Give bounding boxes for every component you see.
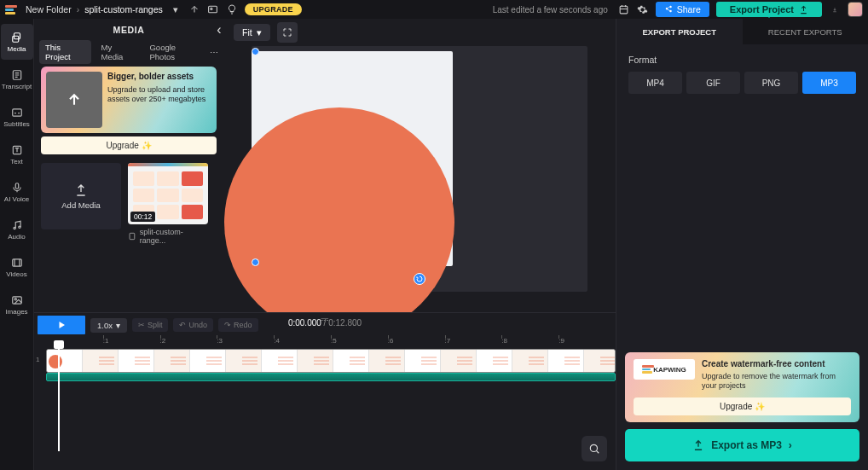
expand-icon[interactable]	[277, 22, 298, 43]
nav-transcript[interactable]: Transcript	[1, 61, 33, 97]
top-bar: New Folder › split-custom-ranges ▾ UPGRA…	[0, 0, 868, 19]
nav-videos[interactable]: Videos	[1, 249, 33, 285]
watermark-title: Create watermark-free content	[702, 359, 851, 370]
svg-rect-2	[620, 6, 628, 14]
media-panel-title: MEDIA	[34, 19, 223, 41]
resize-handle-tl[interactable]	[252, 48, 259, 55]
add-media-button[interactable]: Add Media	[41, 163, 121, 229]
timeline: ⎓ 0:00.000 / 0:12.800 1.0x▾ ✂ Split ↶ Un…	[34, 312, 616, 470]
svg-point-1	[211, 8, 212, 9]
settings-icon[interactable]	[637, 3, 649, 15]
breadcrumb-folder[interactable]: New Folder	[26, 4, 72, 15]
upgrade-button[interactable]: UPGRADE	[245, 3, 302, 15]
svg-point-13	[14, 298, 16, 299]
chevron-right-icon: ›	[789, 439, 792, 451]
export-panel: EXPORT PROJECT RECENT EXPORTS Format MP4…	[616, 19, 868, 470]
promo-desc: Upgrade to upload and store assets over …	[107, 85, 211, 105]
split-button[interactable]: ✂ Split	[132, 318, 169, 332]
format-options: MP4 GIF PNG MP3	[628, 72, 856, 94]
watermark-upsell-card: KAPWING Create watermark-free contentUpg…	[625, 352, 859, 422]
avatar[interactable]	[848, 2, 863, 17]
svg-point-10	[18, 226, 20, 228]
nav-ai-voice[interactable]: AI Voice	[1, 174, 33, 210]
promo-title: Bigger, bolder assets	[107, 72, 211, 83]
upgrade-promo-card: Bigger, bolder assets Upgrade to upload …	[41, 67, 217, 133]
export-as-mp3-button[interactable]: Export as MP3 ›	[625, 429, 859, 461]
svg-rect-0	[209, 6, 217, 13]
tab-my-media[interactable]: My Media	[95, 40, 140, 64]
shape-circle	[224, 107, 454, 338]
rotate-handle[interactable]	[414, 273, 425, 285]
chevron-down-icon: ▾	[257, 27, 262, 38]
history-icon[interactable]	[618, 3, 630, 15]
audio-clip[interactable]	[46, 373, 616, 381]
tab-recent-exports[interactable]: RECENT EXPORTS	[743, 19, 869, 44]
media-panel: ‹ MEDIA This Project My Media Google Pho…	[34, 19, 223, 312]
canvas-area: Fit▾	[223, 19, 616, 312]
svg-rect-11	[12, 258, 21, 265]
brand-kit-icon[interactable]	[207, 3, 219, 15]
format-png[interactable]: PNG	[744, 72, 798, 94]
timeline-tracks[interactable]: 1	[46, 349, 616, 381]
fit-dropdown[interactable]: Fit▾	[234, 24, 270, 41]
last-edited-label: Last edited a few seconds ago	[493, 5, 608, 15]
search-button[interactable]	[582, 436, 607, 461]
left-nav: Media Transcript Subtitles Text AI Voice…	[0, 19, 34, 470]
watermark-desc: Upgrade to remove the watermark from you…	[702, 372, 836, 390]
nav-images[interactable]: Images	[1, 287, 33, 322]
undo-button[interactable]: ↶ Undo	[173, 318, 213, 332]
nav-media[interactable]: Media	[1, 24, 33, 60]
svg-rect-8	[15, 183, 19, 188]
svg-rect-6	[12, 108, 21, 115]
time-readout: 0:00.000 / 0:12.800	[288, 318, 362, 328]
zoom-select[interactable]: 1.0x▾	[90, 318, 127, 333]
promo-upgrade-button[interactable]: Upgrade ✨	[41, 136, 217, 154]
clip-name: split-custom-range...	[140, 228, 208, 245]
kapwing-logo: KAPWING	[634, 359, 695, 380]
promo-thumb	[46, 72, 102, 128]
svg-rect-12	[12, 296, 21, 303]
chevron-down-icon[interactable]: ▾	[170, 3, 182, 15]
more-icon[interactable]: ⋯	[210, 48, 218, 57]
watermark-upgrade-button[interactable]: Upgrade ✨	[634, 397, 851, 415]
format-label: Format	[628, 55, 856, 65]
download-icon[interactable]	[829, 3, 841, 15]
svg-point-9	[13, 227, 14, 229]
svg-rect-14	[130, 233, 135, 239]
format-gif[interactable]: GIF	[686, 72, 740, 94]
chevron-down-icon: ▾	[116, 321, 120, 330]
svg-point-15	[590, 444, 597, 451]
share-button[interactable]: Share	[656, 2, 709, 17]
collapse-panel-icon[interactable]: ‹	[213, 22, 225, 38]
nav-subtitles[interactable]: Subtitles	[1, 99, 33, 135]
export-project-button[interactable]: Export Project	[716, 2, 822, 17]
tab-this-project[interactable]: This Project	[39, 40, 91, 64]
breadcrumb-project[interactable]: split-custom-ranges	[84, 4, 163, 15]
media-item[interactable]: 00:12 split-custom-range...	[128, 163, 208, 245]
track-label: 1	[36, 356, 39, 363]
upload-icon[interactable]	[188, 3, 200, 15]
clip-duration-badge: 00:12	[130, 212, 155, 222]
video-clip[interactable]	[46, 349, 616, 373]
selected-frame[interactable]	[252, 51, 453, 266]
format-mp4[interactable]: MP4	[628, 72, 682, 94]
resize-handle-bl[interactable]	[252, 258, 259, 266]
play-button[interactable]	[38, 316, 85, 334]
preview-canvas[interactable]	[252, 46, 587, 292]
tab-export-project[interactable]: EXPORT PROJECT	[616, 19, 743, 44]
redo-button[interactable]: ↷ Redo	[218, 318, 258, 332]
tab-google-photos[interactable]: Google Photos	[143, 40, 206, 64]
format-mp3[interactable]: MP3	[802, 72, 856, 94]
timeline-ruler[interactable]: :1 :2 :3 :4 :5 :6 :7 :8 :9	[46, 337, 616, 349]
app-logo[interactable]	[5, 3, 19, 16]
chevron-right-icon: ›	[77, 4, 80, 15]
breadcrumb: New Folder › split-custom-ranges	[26, 4, 163, 15]
bulb-icon[interactable]	[226, 3, 238, 15]
nav-audio[interactable]: Audio	[1, 212, 33, 247]
nav-text[interactable]: Text	[1, 136, 33, 172]
